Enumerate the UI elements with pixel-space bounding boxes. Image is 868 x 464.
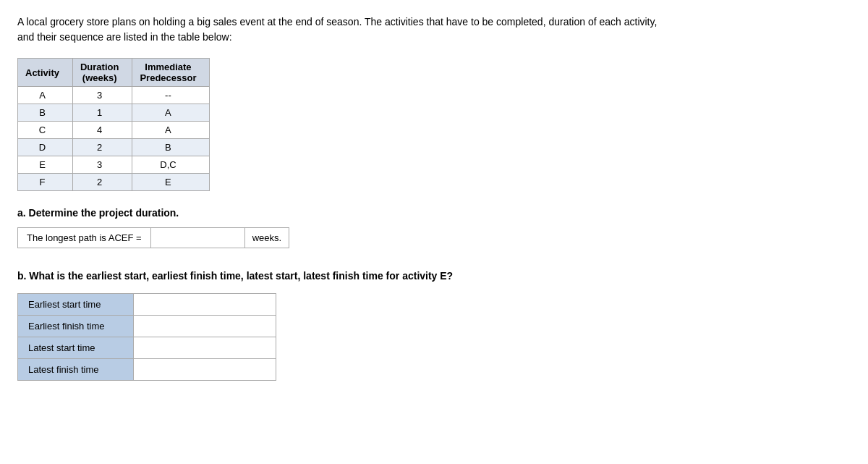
table-cell: E: [132, 174, 210, 191]
table-cell: --: [132, 87, 210, 104]
table-cell: A: [18, 87, 73, 104]
table-cell: C: [18, 122, 73, 139]
part-a-row: The longest path is ACEF = weeks.: [17, 227, 851, 248]
table-cell: 4: [72, 122, 132, 139]
activity-table: Activity Duration(weeks) ImmediatePredec…: [17, 58, 210, 191]
time-row-label: Latest start time: [18, 337, 134, 359]
time-row-input-cell[interactable]: [134, 294, 276, 316]
time-row-label: Latest finish time: [18, 359, 134, 381]
table-cell: 2: [72, 139, 132, 156]
table-cell: 2: [72, 174, 132, 191]
table-cell: 3: [72, 87, 132, 104]
time-row-input-cell[interactable]: [134, 316, 276, 337]
longest-path-input[interactable]: [151, 227, 245, 248]
time-row-label: Earliest start time: [18, 294, 134, 316]
table-cell: B: [132, 139, 210, 156]
table-cell: 3: [72, 156, 132, 174]
table-cell: D,C: [132, 156, 210, 174]
longest-path-label: The longest path is ACEF =: [17, 227, 151, 248]
time-row-input[interactable]: [144, 364, 265, 375]
col-header-predecessor: ImmediatePredecessor: [132, 59, 210, 87]
part-b-label: b. What is the earliest start, earliest …: [17, 270, 851, 282]
table-cell: D: [18, 139, 73, 156]
table-cell: A: [132, 122, 210, 139]
weeks-label: weeks.: [245, 227, 289, 248]
intro-text: A local grocery store plans on holding a…: [17, 14, 668, 45]
time-row-input-cell[interactable]: [134, 337, 276, 359]
time-row-input[interactable]: [144, 299, 265, 310]
time-row-label: Earliest finish time: [18, 316, 134, 337]
table-cell: 1: [72, 104, 132, 122]
col-header-duration: Duration(weeks): [72, 59, 132, 87]
time-table: Earliest start timeEarliest finish timeL…: [17, 293, 276, 381]
time-row-input[interactable]: [144, 321, 265, 332]
table-cell: F: [18, 174, 73, 191]
table-cell: A: [132, 104, 210, 122]
part-a-label: a. Determine the project duration.: [17, 207, 851, 219]
time-row-input-cell[interactable]: [134, 359, 276, 381]
col-header-activity: Activity: [18, 59, 73, 87]
time-row-input[interactable]: [144, 342, 265, 353]
table-cell: B: [18, 104, 73, 122]
table-cell: E: [18, 156, 73, 174]
